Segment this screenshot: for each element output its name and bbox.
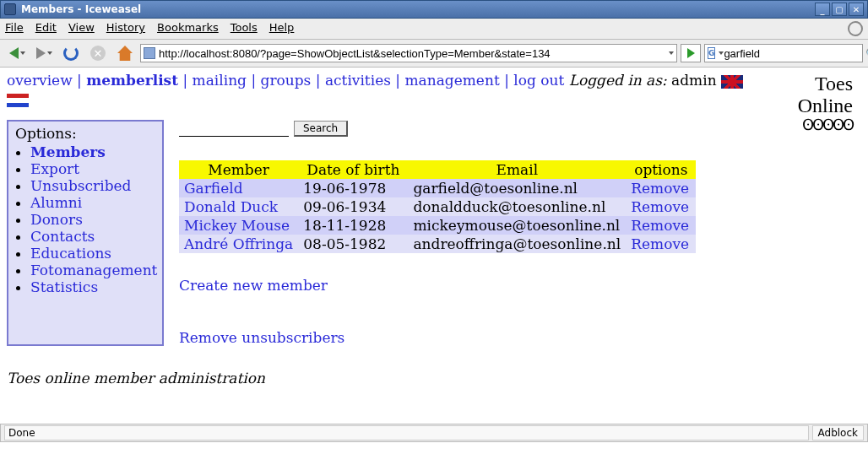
home-icon <box>117 46 133 61</box>
create-member-link[interactable]: Create new member <box>179 277 328 294</box>
home-button[interactable] <box>113 43 137 63</box>
play-icon <box>687 48 695 58</box>
remove-link[interactable]: Remove <box>631 217 689 234</box>
member-link[interactable]: Mickey Mouse <box>184 217 290 234</box>
status-text: Done <box>4 425 809 440</box>
cell-dob: 18-11-1928 <box>298 216 408 235</box>
sidebar-item: Donors <box>30 211 155 228</box>
col-email: Email <box>408 160 626 179</box>
window-minimize-button[interactable]: _ <box>815 3 830 16</box>
remove-link[interactable]: Remove <box>631 198 689 215</box>
sidebar-header: Options: <box>15 125 155 142</box>
sidebar-link-export[interactable]: Export <box>30 160 79 177</box>
sidebar-item: Contacts <box>30 228 155 245</box>
sidebar-link-educations[interactable]: Educations <box>30 245 111 262</box>
nav-memberlist[interactable]: memberlist <box>86 72 178 89</box>
logged-in-label: Logged in as: admin <box>569 72 717 89</box>
lang-flag-uk[interactable] <box>721 72 743 89</box>
remove-unsubscribers-link[interactable]: Remove unsubscribers <box>179 329 344 346</box>
member-link[interactable]: Donald Duck <box>184 198 278 215</box>
menubar: File Edit View History Bookmarks Tools H… <box>0 19 868 40</box>
menu-file[interactable]: File <box>5 21 24 36</box>
arrow-left-icon <box>9 47 19 59</box>
logo-line2: Online <box>798 95 853 116</box>
nav-mailing[interactable]: mailing <box>193 72 247 89</box>
sidebar-link-alumni[interactable]: Alumni <box>30 194 82 211</box>
remove-unsub-row: Remove unsubscribers <box>179 329 798 346</box>
site-logo: Toes Online ʘʘʘʘʘ <box>798 71 861 134</box>
table-row: Mickey Mouse 18-11-1928 mickeymouse@toes… <box>179 216 696 235</box>
cell-email: donaldduck@toesonline.nl <box>408 197 626 216</box>
window-maximize-button[interactable]: ▢ <box>832 3 847 16</box>
table-row: Garfield 19-06-1978 garfield@toesonline.… <box>179 179 696 197</box>
browser-search-input[interactable] <box>724 47 865 60</box>
search-engine-icon[interactable]: G <box>708 47 715 59</box>
menu-help[interactable]: Help <box>269 21 295 36</box>
sidebar-link-donors[interactable]: Donors <box>30 211 83 228</box>
cell-email: mickeymouse@toesonline.nl <box>408 216 626 235</box>
logo-squiggle: ʘʘʘʘʘ <box>798 117 853 134</box>
throbber-icon <box>848 21 863 36</box>
nav-logout[interactable]: log out <box>513 72 564 89</box>
col-member: Member <box>179 160 298 179</box>
member-search-button[interactable]: Search <box>294 121 348 137</box>
remove-link[interactable]: Remove <box>631 180 689 197</box>
sidebar-item: Export <box>30 160 155 177</box>
sidebar-link-contacts[interactable]: Contacts <box>30 228 95 245</box>
sidebar-item: Statistics <box>30 278 155 295</box>
sidebar-link-statistics[interactable]: Statistics <box>30 278 98 295</box>
lang-flag-nl[interactable] <box>7 90 29 107</box>
table-row: Donald Duck 09-06-1934 donaldduck@toeson… <box>179 197 696 216</box>
sidebar-item: Unsubscribed <box>30 177 155 194</box>
statusbar: Done Adblock <box>0 424 868 442</box>
sidebar-item: Alumni <box>30 194 155 211</box>
window-titlebar: Members - Iceweasel _ ▢ ✕ <box>0 0 868 19</box>
nav-management[interactable]: management <box>404 72 499 89</box>
go-button[interactable] <box>681 44 701 62</box>
menu-edit[interactable]: Edit <box>35 21 57 36</box>
sidebar-item: Fotomanagement <box>30 262 155 278</box>
menu-tools[interactable]: Tools <box>231 21 258 36</box>
sidebar-link-unsubscribed[interactable]: Unsubscribed <box>30 177 131 194</box>
nav-overview[interactable]: overview <box>7 72 73 89</box>
table-row: André Offringa 08-05-1982 andreoffringa@… <box>179 235 696 253</box>
navigation-toolbar: ✕ G 🔍 <box>0 40 868 68</box>
main-column: Search Member Date of birth Email option… <box>164 120 798 346</box>
flag-uk-icon <box>721 75 743 89</box>
cell-email: andreoffringa@toesonline.nl <box>408 235 626 253</box>
nav-activities[interactable]: activities <box>325 72 391 89</box>
logged-in-user: admin <box>671 72 717 89</box>
url-input[interactable] <box>159 47 665 60</box>
cell-email: garfield@toesonline.nl <box>408 179 626 197</box>
search-box[interactable]: G 🔍 <box>704 44 863 62</box>
top-nav: overview | memberlist | mailing | groups… <box>7 71 861 108</box>
adblock-button[interactable]: Adblock <box>812 425 864 440</box>
logo-line1: Toes <box>798 73 853 95</box>
stop-button[interactable]: ✕ <box>86 43 110 63</box>
cell-dob: 08-05-1982 <box>298 235 408 253</box>
chevron-down-icon <box>47 51 52 55</box>
menu-history[interactable]: History <box>106 21 145 36</box>
reload-button[interactable] <box>59 43 83 63</box>
member-link[interactable]: André Offringa <box>184 235 293 252</box>
chevron-down-icon[interactable] <box>669 51 674 55</box>
back-button[interactable] <box>5 43 29 63</box>
window-close-button[interactable]: ✕ <box>849 3 864 16</box>
sidebar-options: Options: Members Export Unsubscribed Alu… <box>7 120 164 346</box>
forward-button[interactable] <box>32 43 56 63</box>
menu-bookmarks[interactable]: Bookmarks <box>157 21 219 36</box>
remove-link[interactable]: Remove <box>631 235 689 252</box>
arrow-right-icon <box>36 47 46 59</box>
page-footer-text: Toes online member administration <box>7 370 861 386</box>
col-options: options <box>626 160 696 179</box>
menu-view[interactable]: View <box>68 21 95 36</box>
nav-groups[interactable]: groups <box>261 72 312 89</box>
url-bar[interactable] <box>140 44 677 62</box>
members-table: Member Date of birth Email options Garfi… <box>179 160 696 253</box>
member-link[interactable]: Garfield <box>184 180 243 197</box>
sidebar-link-fotomanagement[interactable]: Fotomanagement <box>30 262 157 278</box>
page-icon <box>144 47 155 59</box>
sidebar-link-members[interactable]: Members <box>30 143 106 160</box>
member-search-input[interactable] <box>179 120 289 137</box>
flag-nl-icon <box>7 94 29 107</box>
